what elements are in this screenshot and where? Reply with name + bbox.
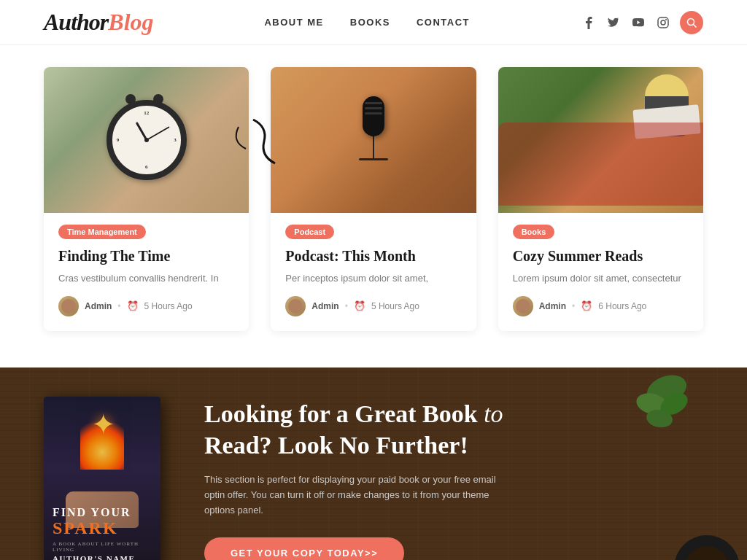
blog-cards-section: 12 6 9 3 Time Management Finding The Tim… <box>0 45 747 368</box>
nav-books[interactable]: BOOKS <box>350 17 390 28</box>
book-sparkle <box>80 411 124 470</box>
promo-section: FIND YOUR SPARK A BOOK ABOUT LIFE WORTH … <box>0 368 747 561</box>
promo-title-to: to <box>484 400 503 427</box>
promo-title: Looking for a Great Book to Read? Look N… <box>204 399 703 461</box>
youtube-icon[interactable] <box>630 15 646 31</box>
blog-card-1[interactable]: 12 6 9 3 Time Management Finding The Tim… <box>44 67 249 331</box>
search-button[interactable] <box>680 11 703 34</box>
avatar-2 <box>285 296 306 316</box>
card-meta-1: Admin • ⏰ 5 Hours Ago <box>58 296 234 316</box>
clock-face: 12 6 9 3 <box>107 100 187 180</box>
card-time-1: 5 Hours Ago <box>144 301 193 311</box>
card-title-1: Finding The Time <box>58 246 234 265</box>
coffee-decoration <box>659 513 747 561</box>
mic-container <box>352 96 395 184</box>
time-icon-3: ⏰ <box>581 300 592 311</box>
card-title-2: Podcast: This Month <box>285 246 461 265</box>
card-time-3: 6 Hours Ago <box>598 301 646 311</box>
card-excerpt-3: Lorem ipsum dolor sit amet, consectetur <box>513 271 689 286</box>
promo-description: This section is perfect for displaying y… <box>204 472 511 518</box>
card-tag-3: Books <box>513 225 555 239</box>
book-cover: FIND YOUR SPARK A BOOK ABOUT LIFE WORTH … <box>44 397 160 561</box>
mic-stand-rod <box>373 136 374 158</box>
main-nav: ABOUT ME BOOKS CONTACT <box>264 17 470 28</box>
facebook-icon[interactable] <box>581 15 597 31</box>
site-logo[interactable]: AuthorBlog <box>44 9 154 36</box>
twitter-icon[interactable] <box>605 15 622 31</box>
cable-container <box>271 112 282 171</box>
card-body-3: Books Cozy Summer Reads Lorem ipsum dolo… <box>498 213 703 331</box>
book-author-name: AUTHOR'S NAME <box>53 554 152 561</box>
cable-svg <box>271 112 282 171</box>
book-subtitle: A BOOK ABOUT LIFE WORTH LIVING <box>53 541 152 553</box>
clock-min-hand <box>146 126 169 141</box>
svg-point-1 <box>661 20 665 25</box>
cta-button[interactable]: GET YOUR COPY TODAY>> <box>204 537 404 560</box>
card-author-3: Admin <box>539 301 566 311</box>
card-image-clock: 12 6 9 3 <box>44 67 249 213</box>
card-author-2: Admin <box>311 301 338 311</box>
promo-title-line1: Looking for a Great Book <box>204 400 478 427</box>
card-tag-2: Podcast <box>285 225 334 239</box>
coffee-cup <box>674 535 740 561</box>
card-image-reader <box>498 67 703 213</box>
time-icon-1: ⏰ <box>127 300 139 311</box>
logo-author: Author <box>44 9 108 36</box>
mic-body <box>363 96 384 136</box>
card-body-2: Podcast Podcast: This Month Per inceptos… <box>271 213 476 331</box>
meta-divider-1: • <box>117 301 120 311</box>
clock-center-dot <box>144 138 149 142</box>
promo-title-line2: Read? Look No Further! <box>204 432 468 459</box>
card-excerpt-2: Per inceptos ipsum dolor sit amet, <box>285 271 461 286</box>
blog-card-3[interactable]: Books Cozy Summer Reads Lorem ipsum dolo… <box>498 67 703 331</box>
card-excerpt-1: Cras vestibulum convallis hendrerit. In <box>58 271 234 286</box>
logo-blog: Blog <box>108 9 153 36</box>
meta-divider-2: • <box>345 301 348 311</box>
card-body-1: Time Management Finding The Time Cras ve… <box>44 213 249 331</box>
time-icon-2: ⏰ <box>354 300 365 311</box>
book-title-find: FIND YOUR <box>53 506 152 519</box>
avatar-1 <box>58 296 79 316</box>
avatar-3 <box>513 296 533 316</box>
reader-container <box>498 67 703 206</box>
instagram-icon[interactable] <box>655 15 671 31</box>
meta-divider-3: • <box>572 301 575 311</box>
cards-grid: 12 6 9 3 Time Management Finding The Tim… <box>44 67 703 331</box>
book-title-spark: SPARK <box>53 518 152 537</box>
card-title-3: Cozy Summer Reads <box>513 246 689 265</box>
card-time-2: 5 Hours Ago <box>371 301 419 311</box>
card-meta-3: Admin • ⏰ 6 Hours Ago <box>513 296 689 316</box>
svg-rect-0 <box>658 18 668 28</box>
coffee-liquid <box>685 546 729 561</box>
social-icons-group <box>581 11 703 34</box>
nav-about[interactable]: ABOUT ME <box>264 17 323 28</box>
svg-point-2 <box>665 19 667 20</box>
card-image-mic <box>271 67 476 213</box>
mic-base <box>359 158 388 160</box>
promo-content: Looking for a Great Book to Read? Look N… <box>204 399 703 560</box>
nav-contact[interactable]: CONTACT <box>417 17 470 28</box>
blog-card-2[interactable]: Podcast Podcast: This Month Per inceptos… <box>271 67 476 331</box>
card-author-1: Admin <box>85 301 112 311</box>
site-header: AuthorBlog ABOUT ME BOOKS CONTACT <box>0 0 747 45</box>
card-tag-1: Time Management <box>58 225 146 239</box>
card-meta-2: Admin • ⏰ 5 Hours Ago <box>285 296 461 316</box>
svg-line-4 <box>694 24 697 27</box>
